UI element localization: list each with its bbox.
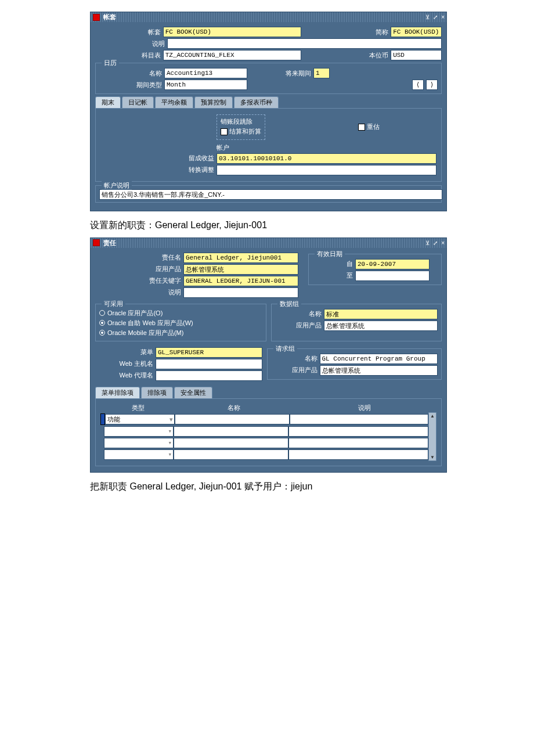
scroll-down-icon[interactable]: ▼ <box>430 454 435 460</box>
maximize-icon[interactable]: ⤢ <box>431 14 439 20</box>
type-select[interactable]: ▾ <box>104 438 174 448</box>
respkey-label: 责任关键字 <box>95 276 183 285</box>
maximize-icon-2[interactable]: ⤢ <box>431 240 439 246</box>
shortname-input[interactable]: FC BOOK(USD) <box>391 27 442 37</box>
ledger-label: 帐套 <box>95 28 163 37</box>
webhost-label: Web 主机名 <box>95 359 156 368</box>
tab-excl[interactable]: 排除项 <box>141 387 173 398</box>
desc-cell[interactable] <box>288 426 428 437</box>
menu-label: 菜单 <box>95 348 156 357</box>
webagent-input[interactable] <box>156 370 262 381</box>
tab-sec[interactable]: 安全属性 <box>174 387 212 398</box>
ledger-window: 帐套 ⊻ ⤢ × 帐套 FC BOOK(USD) 简称 FC BOOK(USD)… <box>90 12 447 211</box>
minimize-icon[interactable]: ⊻ <box>424 14 431 20</box>
tab-avg-bal[interactable]: 平均余额 <box>155 96 193 108</box>
acctdesc-field: 销售分公司3.华南销售一部.库存现金_CNY.- <box>99 189 442 200</box>
row-indicator <box>100 413 105 425</box>
rg-name-input[interactable]: GL Concurrent Program Group <box>320 354 438 364</box>
scroll-up-icon[interactable]: ▲ <box>430 413 435 419</box>
type-select[interactable]: ▾ <box>104 449 174 460</box>
scrollbar[interactable]: ▲▼ <box>428 412 436 461</box>
desc-cell[interactable] <box>288 438 428 448</box>
name-cell[interactable] <box>174 438 288 448</box>
desc-cell[interactable] <box>290 414 428 424</box>
webhost-input[interactable] <box>156 359 262 369</box>
webagent-label: Web 代理名 <box>95 371 156 380</box>
menu-input[interactable]: GL_SUPERUSER <box>156 347 262 358</box>
resp-tabs: 菜单排除项 排除项 安全属性 <box>95 387 442 398</box>
funcur-label: 本位币 <box>301 51 391 60</box>
respkey-input[interactable]: GENERAL LEDGER, JIEJUN-001 <box>183 276 298 286</box>
dg-name-input[interactable]: 标准 <box>324 309 438 319</box>
col-type: 类型 <box>100 404 176 412</box>
app-input[interactable]: 总帐管理系统 <box>183 264 298 275</box>
transadj-input[interactable] <box>217 165 436 175</box>
tab-body: 销账段跳除 结算和折算 重估 帐户 留成收益 03.10101.10010101… <box>95 108 442 182</box>
funcur-input[interactable]: USD <box>391 50 442 60</box>
table-headers: 类型 名称 说明 <box>100 404 436 412</box>
radio-oracle-web[interactable]: Oracle 自助 Web 应用产品(W) <box>99 319 262 327</box>
pertype-label: 期间类型 <box>99 81 164 89</box>
future-input[interactable]: 1 <box>313 68 330 78</box>
respname-input[interactable]: General Ledger, Jiejun001 <box>183 253 298 263</box>
name-cell[interactable] <box>174 426 288 437</box>
table-row: ▾ <box>100 449 428 460</box>
tab-journals[interactable]: 日记帐 <box>122 96 154 108</box>
desc-input[interactable] <box>167 38 442 49</box>
calendar-legend: 日历 <box>102 59 119 67</box>
type-select[interactable]: ▾ <box>104 426 174 437</box>
pertype-input[interactable]: Month <box>164 80 247 90</box>
nav-next[interactable]: ⟩ <box>426 80 438 90</box>
from-input[interactable]: 20-09-2007 <box>355 259 430 269</box>
chevron-down-icon: ▾ <box>168 438 172 448</box>
ledger-input[interactable]: FC BOOK(USD) <box>163 27 301 37</box>
reval-label: 重估 <box>367 123 380 131</box>
resp-tabbody: 类型 名称 说明 功能▾ ▾ ▾ ▾ ▲▼ <box>95 398 442 466</box>
type-select[interactable]: 功能▾ <box>105 414 175 424</box>
name-cell[interactable] <box>174 449 288 460</box>
tab-period-end[interactable]: 期末 <box>95 96 121 108</box>
tab-mrc[interactable]: 多报表币种 <box>234 96 279 108</box>
app-icon <box>93 14 100 21</box>
avail-legend: 可采用 <box>102 300 125 308</box>
radio-oracle-apps[interactable]: Oracle 应用产品(O) <box>99 309 262 318</box>
dg-app-input[interactable]: 总帐管理系统 <box>324 321 438 331</box>
calname-label: 名称 <box>99 69 164 78</box>
desc-input-2[interactable] <box>183 287 298 298</box>
ledger-tabs: 期末 日记帐 平均余额 预算控制 多报表币种 <box>95 96 442 108</box>
calname-input[interactable]: Accounting13 <box>164 68 247 78</box>
tab-menu-excl[interactable]: 菜单排除项 <box>95 387 140 398</box>
table-row: ▾ <box>100 438 428 448</box>
omit-seg-legend: 销账段跳除 <box>221 117 261 126</box>
tab-budget[interactable]: 预算控制 <box>194 96 233 108</box>
to-label: 至 <box>312 271 355 280</box>
acctdesc-group: 帐户说明 销售分公司3.华南销售一部.库存现金_CNY.- <box>95 185 442 203</box>
to-input[interactable] <box>355 271 430 281</box>
datagroup-legend: 数据组 <box>277 300 301 308</box>
reval-checkbox[interactable]: 重估 <box>358 123 380 131</box>
coa-input[interactable]: TZ_ACCOUNTING_FLEX <box>163 50 301 60</box>
desc-cell[interactable] <box>288 449 428 460</box>
table-row: ▾ <box>100 426 428 437</box>
name-cell[interactable] <box>175 414 290 424</box>
radio-oracle-mobile[interactable]: Oracle Mobile 应用产品(M) <box>99 329 262 337</box>
rg-app-input[interactable]: 总帐管理系统 <box>320 365 438 376</box>
close-icon[interactable]: × <box>439 14 446 20</box>
reqgroup-legend: 请求组 <box>273 344 297 353</box>
minimize-icon-2[interactable]: ⊻ <box>424 240 431 246</box>
calendar-group: 日历 名称 Accounting13 将来期间 1 期间类型 Month ⟨ ⟩ <box>95 63 442 94</box>
nav-prev[interactable]: ⟨ <box>412 80 424 90</box>
acctdesc-legend: 帐户说明 <box>102 181 132 190</box>
conrev-label: 结算和折算 <box>229 127 261 136</box>
close-icon-2[interactable]: × <box>439 240 446 246</box>
retearn-input[interactable]: 03.10101.10010101.0 <box>217 153 436 164</box>
dg-app-label: 应用产品 <box>275 321 324 330</box>
titlebar-2: 责任 ⊻ ⤢ × <box>91 238 446 248</box>
chevron-down-icon: ▾ <box>168 427 172 436</box>
dg-name-label: 名称 <box>275 309 324 318</box>
col-desc: 说明 <box>292 404 436 412</box>
conrev-checkbox[interactable]: 结算和折算 <box>221 127 261 136</box>
omit-seg-group: 销账段跳除 结算和折算 <box>217 114 265 140</box>
chevron-down-icon: ▾ <box>169 415 173 424</box>
window-title-2: 责任 <box>102 239 116 247</box>
